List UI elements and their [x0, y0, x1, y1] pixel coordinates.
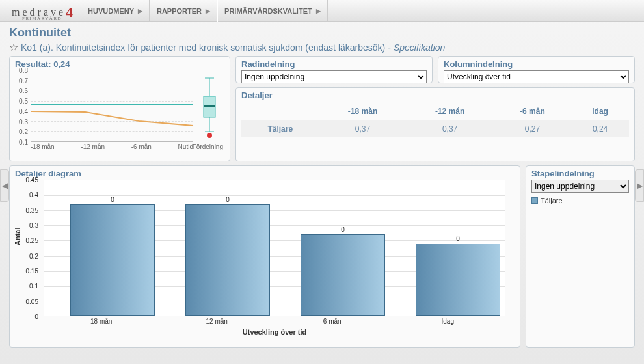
- x-tick: -6 mån: [131, 143, 152, 150]
- resultat-panel: Resultat: 0,24 0.8 0.7 0.6 0.5 0.4 0.3 0…: [9, 56, 230, 161]
- resultat-title: Resultat: 0,24: [15, 59, 224, 69]
- y-tick: 0.15: [26, 268, 38, 275]
- mini-x-axis: -18 mån -12 mån -6 mån Nutid: [31, 143, 193, 150]
- stapel-panel: Stapelindelning Ingen uppdelning Täljare: [526, 165, 635, 348]
- table-header: -6 mån: [494, 103, 571, 120]
- stapel-title: Stapelindelning: [531, 169, 629, 178]
- favorite-star-icon[interactable]: ☆: [9, 41, 18, 53]
- svg-point-5: [207, 133, 212, 138]
- nav-label: RAPPORTER: [157, 0, 202, 22]
- bar-value: 0: [71, 196, 154, 203]
- nav-label: PRIMÄRVÅRDSKVALITET: [224, 0, 312, 22]
- detaljer-title: Detaljer: [241, 91, 629, 100]
- nav-rapporter[interactable]: RAPPORTER▶: [150, 0, 217, 22]
- bar-y-axis: 0.45 0.4 0.35 0.3 0.25 0.2 0.15 0.1 0.05…: [15, 180, 41, 316]
- table-cell: 0,27: [494, 120, 571, 138]
- bar-value: 0: [301, 226, 384, 233]
- detaljer-table: -18 mån -12 mån -6 mån Idag Täljare 0,37…: [241, 103, 629, 137]
- table-header: Idag: [571, 103, 629, 120]
- y-tick: 0.8: [19, 67, 28, 74]
- diagram-title: Detaljer diagram: [15, 169, 515, 178]
- nav-label: HUVUDMENY: [88, 0, 134, 22]
- x-tick: Nutid: [178, 143, 193, 150]
- logo-subtitle: PRIMÄRVÅRD: [22, 16, 62, 21]
- table-row: Täljare 0,37 0,37 0,27 0,24: [241, 120, 629, 138]
- x-tick: Idag: [390, 318, 506, 325]
- stapel-select[interactable]: Ingen uppdelning: [531, 180, 629, 193]
- bar-idag: 0: [416, 244, 500, 316]
- chevron-right-icon: ▶: [206, 0, 210, 22]
- y-tick: 0.3: [19, 118, 28, 125]
- x-tick: 12 mån: [159, 318, 275, 325]
- x-tick: -12 mån: [81, 143, 105, 150]
- y-tick: 0.4: [29, 191, 38, 199]
- side-expand-left[interactable]: ◀: [0, 169, 9, 202]
- bar-plot-area: 0 0 0 0: [44, 180, 505, 316]
- mini-line-chart: 0.8 0.7 0.6 0.5 0.4 0.3 0.2 0.1: [15, 70, 223, 155]
- radindelning-select[interactable]: Ingen uppdelning: [241, 70, 427, 83]
- table-cell: 0,37: [319, 120, 407, 138]
- table-cell: 0,37: [407, 120, 494, 138]
- y-tick: 0.2: [19, 128, 28, 135]
- nav-primarvardskvalitet[interactable]: PRIMÄRVÅRDSKVALITET▶: [217, 0, 328, 22]
- y-tick: 0.05: [26, 298, 38, 305]
- kolumnindelning-title: Kolumnindelning: [444, 59, 629, 69]
- kolumnindelning-panel: Kolumnindelning Utveckling över tid: [438, 56, 635, 83]
- bar-x-axis: 18 mån 12 mån 6 mån Idag: [44, 318, 505, 325]
- logo-four-icon: 4: [66, 4, 73, 20]
- y-tick: 0.25: [26, 237, 38, 244]
- bar-18man: 0: [70, 204, 155, 316]
- y-tick: 0.5: [19, 98, 28, 105]
- legend-label: Täljare: [541, 197, 563, 204]
- y-tick: 0.3: [29, 221, 38, 229]
- y-tick: 0.6: [19, 87, 28, 94]
- page-title: Kontinuitet: [9, 26, 635, 40]
- mini-plot-area: [31, 70, 193, 142]
- bar-value: 0: [416, 235, 500, 242]
- mini-y-axis: 0.8 0.7 0.6 0.5 0.4 0.3 0.2 0.1: [15, 70, 29, 142]
- y-tick: 0.7: [19, 77, 28, 84]
- y-tick: 0.1: [19, 139, 28, 146]
- boxplot: [196, 70, 223, 142]
- table-header: -12 mån: [407, 103, 494, 120]
- row-label: Täljare: [241, 120, 319, 138]
- page-subtitle: Ko1 (a). Kontinuitetsindex för patienter…: [21, 42, 385, 53]
- table-cell: 0,24: [571, 120, 629, 138]
- y-tick: 0.35: [26, 206, 38, 214]
- nav-huvudmeny[interactable]: HUVUDMENY▶: [81, 0, 150, 22]
- table-header: -18 mån: [319, 103, 407, 120]
- y-tick: 0: [34, 313, 38, 320]
- x-tick: 18 mån: [44, 318, 159, 325]
- detaljer-panel: Detaljer -18 mån -12 mån -6 mån Idag Täl…: [235, 87, 635, 161]
- y-tick: 0.1: [29, 283, 38, 290]
- top-nav: medrave4 PRIMÄRVÅRD HUVUDMENY▶ RAPPORTER…: [0, 0, 644, 22]
- table-header: [241, 103, 319, 120]
- radindelning-title: Radindelning: [241, 59, 427, 69]
- side-expand-right[interactable]: ▶: [635, 169, 644, 202]
- bar-12man: 0: [185, 204, 270, 316]
- x-tick: 6 mån: [275, 318, 390, 325]
- y-tick: 0.45: [26, 176, 38, 184]
- chevron-right-icon: ▶: [316, 0, 321, 22]
- x-tick: -18 mån: [31, 143, 55, 150]
- legend-item: Täljare: [531, 197, 629, 204]
- y-tick: 0.2: [29, 252, 38, 259]
- boxplot-label: Fördelning: [193, 143, 223, 150]
- y-tick: 0.4: [19, 107, 28, 115]
- radindelning-panel: Radindelning Ingen uppdelning: [235, 56, 433, 83]
- legend-color-icon: [531, 197, 538, 204]
- bar-chart: Antal 0.45 0.4 0.35 0.3 0.25 0.2 0.15 0.…: [15, 180, 509, 343]
- separator: -: [388, 42, 391, 53]
- bar-xlabel: Utveckling över tid: [44, 328, 505, 336]
- bar-value: 0: [186, 196, 269, 203]
- kolumnindelning-select[interactable]: Utveckling över tid: [444, 70, 629, 83]
- chevron-right-icon: ▶: [138, 0, 142, 22]
- specification-link[interactable]: Specifikation: [394, 42, 445, 53]
- bar-6man: 0: [301, 234, 385, 316]
- diagram-panel: Detaljer diagram Antal 0.45 0.4 0.35 0.3…: [9, 165, 520, 348]
- app-logo: medrave4 PRIMÄRVÅRD: [0, 3, 81, 20]
